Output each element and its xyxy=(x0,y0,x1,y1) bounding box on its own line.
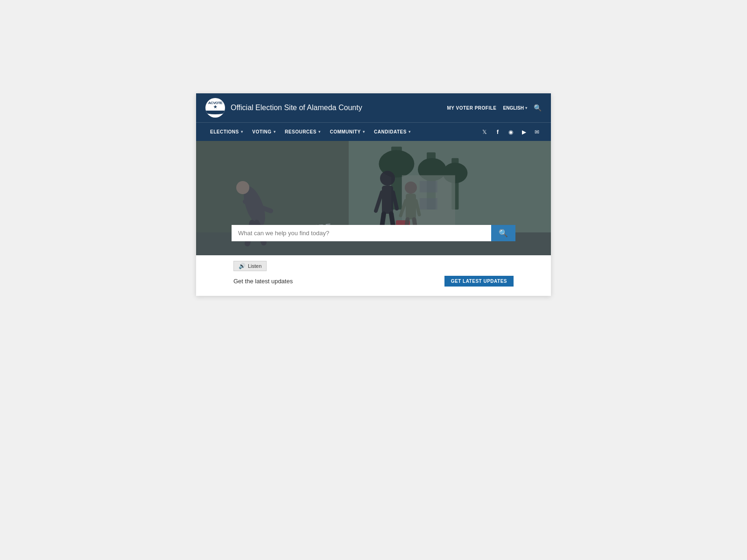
latest-updates-row: Get the latest updates GET LATEST UPDATE… xyxy=(233,276,514,287)
language-chevron-icon: ▾ xyxy=(525,106,527,110)
nav-bar: ELECTIONS ▾ VOTING ▾ RESOURCES ▾ COMMUNI… xyxy=(196,122,551,141)
candidates-chevron-icon: ▾ xyxy=(409,130,411,134)
instagram-icon[interactable]: ◉ xyxy=(506,127,515,137)
search-input[interactable] xyxy=(232,225,491,241)
voter-profile-link[interactable]: MY VOTER PROFILE xyxy=(447,105,496,111)
search-container: 🔍 xyxy=(232,225,515,241)
listen-icon: 🔊 xyxy=(239,263,246,269)
search-submit-button[interactable]: 🔍 xyxy=(491,225,515,241)
resources-chevron-icon: ▾ xyxy=(318,130,321,134)
latest-updates-text: Get the latest updates xyxy=(233,278,293,285)
below-hero: 🔊 Listen Get the latest updates GET LATE… xyxy=(196,255,551,296)
twitter-icon[interactable]: 𝕏 xyxy=(480,127,489,137)
email-icon[interactable]: ✉ xyxy=(532,127,542,137)
community-chevron-icon: ▾ xyxy=(363,130,365,134)
header-right: MY VOTER PROFILE ENGLISH ▾ 🔍 xyxy=(447,104,542,112)
logo-area: ACVOTE ★ Official Election Site of Alame… xyxy=(205,98,362,118)
nav-item-elections[interactable]: ELECTIONS ▾ xyxy=(205,123,247,141)
nav-item-candidates[interactable]: CANDIDATES ▾ xyxy=(369,123,415,141)
acvote-logo[interactable]: ACVOTE ★ xyxy=(205,98,225,118)
site-title: Official Election Site of Alameda County xyxy=(231,104,362,112)
nav-item-voting[interactable]: VOTING ▾ xyxy=(247,123,280,141)
language-selector[interactable]: ENGLISH ▾ xyxy=(503,105,527,111)
header-search-button[interactable]: 🔍 xyxy=(534,104,542,112)
nav-item-resources[interactable]: RESOURCES ▾ xyxy=(280,123,325,141)
elections-chevron-icon: ▾ xyxy=(241,130,243,134)
page-wrapper: ACVOTE ★ Official Election Site of Alame… xyxy=(196,93,551,296)
search-submit-icon: 🔍 xyxy=(499,229,508,238)
top-header: ACVOTE ★ Official Election Site of Alame… xyxy=(196,93,551,122)
voting-chevron-icon: ▾ xyxy=(274,130,276,134)
youtube-icon[interactable]: ▶ xyxy=(519,127,529,137)
hero-section: VOTE HERE xyxy=(196,141,551,255)
listen-button[interactable]: 🔊 Listen xyxy=(233,261,267,271)
nav-item-community[interactable]: COMMUNITY ▾ xyxy=(325,123,369,141)
nav-items: ELECTIONS ▾ VOTING ▾ RESOURCES ▾ COMMUNI… xyxy=(205,123,415,141)
get-updates-button[interactable]: GET LATEST UPDATES xyxy=(444,276,514,287)
social-icons: 𝕏 f ◉ ▶ ✉ xyxy=(480,127,542,137)
facebook-icon[interactable]: f xyxy=(493,127,502,137)
